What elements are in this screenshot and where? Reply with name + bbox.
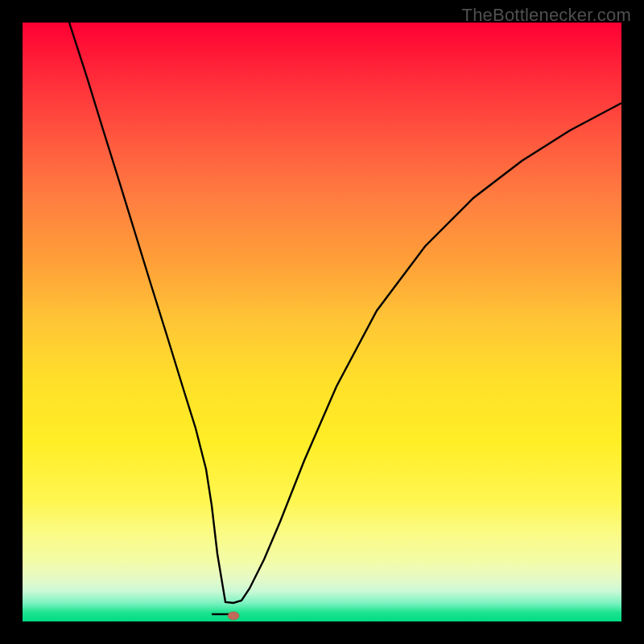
curve-line	[69, 23, 621, 603]
chart-plot-area	[23, 23, 621, 621]
marker-dot	[228, 612, 239, 620]
chart-svg	[23, 23, 621, 621]
watermark: TheBottlenecker.com	[462, 5, 631, 26]
